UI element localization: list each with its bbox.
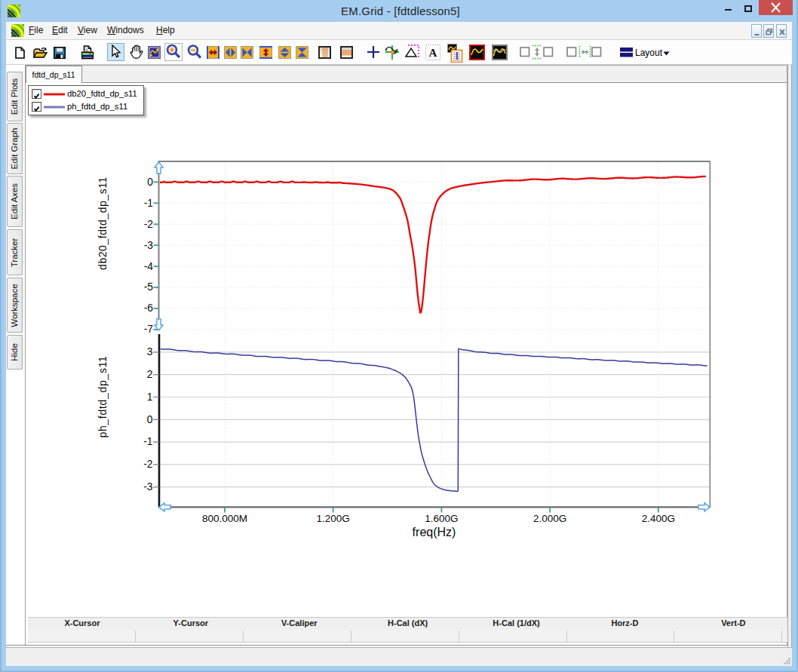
svg-text:ph_fdtd_dp_s11: ph_fdtd_dp_s11 [97,355,109,437]
svg-text:-3: -3 [144,240,154,251]
svg-text:1: 1 [147,391,153,403]
svg-text:2.000G: 2.000G [533,513,566,524]
svg-text:1.600G: 1.600G [425,513,458,524]
svg-text:-5: -5 [144,281,154,293]
svg-text:freq(Hz): freq(Hz) [413,526,456,539]
svg-text:0: 0 [147,176,153,188]
svg-text:-6: -6 [144,302,154,314]
svg-text:2: 2 [147,369,153,380]
svg-text:-7: -7 [144,324,153,335]
svg-text:-2: -2 [143,459,152,470]
svg-text:2.400G: 2.400G [642,513,675,524]
svg-text:800.000M: 800.000M [202,513,247,524]
svg-text:-2: -2 [144,219,153,230]
svg-text:1.200G: 1.200G [317,513,350,524]
svg-text:-1: -1 [144,198,153,209]
svg-text:3: 3 [147,346,153,357]
svg-text:-3: -3 [143,481,153,492]
svg-text:0: 0 [147,414,153,425]
svg-text:-1: -1 [143,436,152,447]
svg-text:-4: -4 [144,261,154,272]
svg-text:db20_fdtd_dp_s11: db20_fdtd_dp_s11 [97,176,109,270]
